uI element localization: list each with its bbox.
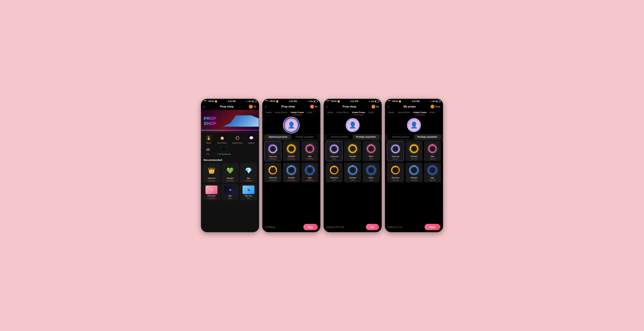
shop-sub-4-4: To12.20 — [411, 179, 417, 181]
ring-3-2 — [365, 143, 377, 155]
rec-item-fggs[interactable]: 💎 fggs ♥ 600/Day — [240, 163, 257, 183]
screen-fill-2 — [262, 184, 320, 222]
shop-item-4-4[interactable]: Starlight To12.20 — [406, 163, 422, 182]
s3-d1 — [326, 100, 328, 101]
category-home-effect[interactable]: 🏠 Home Effect — [218, 134, 227, 144]
battery-2: 22% — [310, 100, 313, 102]
shop-item-4-0[interactable]: Diamond To12.12 — [387, 141, 404, 161]
shop-item-3-4[interactable]: Starlight VIP5 — [344, 163, 361, 182]
shop-name-3-0: Diamond — [330, 155, 338, 157]
tab-medal-2[interactable]: Medal — [264, 110, 273, 115]
status-left-2: VIRGIN 📶 — [265, 100, 278, 102]
back-btn-2[interactable]: ‹ — [265, 105, 266, 108]
fggs-price: ♥ 600/Day — [244, 180, 252, 182]
tab-homeeffects-2[interactable]: Home Effects — [273, 110, 289, 115]
shop-item-4-5[interactable]: fggs To12.20 — [424, 163, 441, 182]
rec-item-pinkbear[interactable]: 🌸 Pink bear ♥ 600/Day — [203, 184, 220, 200]
shop-item-3-1[interactable]: Starlight VIP2 — [344, 141, 361, 161]
s2-dot2 — [266, 100, 267, 101]
shop-icon-4: 🛒 — [430, 105, 434, 108]
page-title-4: My props — [404, 105, 416, 108]
chat-bg-icon: 🖼 — [221, 146, 228, 152]
rec-item-bluesky[interactable]: 🌤 Blue sky VIP2 — [240, 184, 257, 200]
shop-item-2-1[interactable]: Starlight ♥ 800/Day — [283, 141, 300, 161]
tab-avatarframe-2[interactable]: Avatar Frame — [289, 110, 306, 115]
chat-bg-label: Chat background — [218, 153, 231, 155]
avatar-with-frame-2: 👤 — [284, 118, 298, 132]
shop-item-3-3[interactable]: Diamond VIP4 — [326, 163, 343, 182]
shop-item-3-5[interactable]: Moon VIP6 — [362, 163, 380, 182]
wifi-4: 📶 — [399, 100, 401, 102]
tab-bubble-4[interactable]: Bubb... — [428, 110, 438, 115]
carrier-4: VIRGIN — [392, 100, 398, 102]
shop-name-3-4: Starlight — [349, 177, 356, 179]
screens-container: VIRGIN 📶 4:21 PM ✦ 22% ‹ Prop shop 🎁 My — [196, 92, 448, 239]
shop-item-2-5[interactable]: fggs ♥ 600/Day — [301, 163, 318, 182]
purchase-tab-privilege-4[interactable]: Privilege acquisition — [414, 134, 440, 139]
price-text-2: 600/Day — [267, 226, 275, 228]
shop-item-4-3[interactable]: Diamond To12.20 — [387, 163, 404, 182]
shop-item-3-0[interactable]: Diamond VIP1 — [326, 141, 343, 161]
category-medal[interactable]: 🏅 Medal — [205, 134, 212, 144]
bluesky-preview: 🌤 — [242, 186, 254, 194]
purchase-tab-privilege-2[interactable]: Privilege acquisition — [291, 134, 318, 139]
my-btn-2[interactable]: 🎁 My — [310, 105, 318, 108]
rec-item-star[interactable]: ✨ Star VIP1 — [222, 184, 238, 200]
ring-3-0 — [328, 143, 340, 155]
shop-item-2-2[interactable]: fggs ♥ 600/Day — [301, 141, 318, 161]
svg-point-61 — [410, 145, 418, 152]
shop-item-2-3[interactable]: Diamond ♥ 600/Day — [264, 163, 282, 182]
my-avatar-3: 🎁 — [372, 105, 375, 108]
tab-bubble-2[interactable]: Bubb... — [306, 110, 316, 115]
purchase-tab-privilege-3[interactable]: Privilege acquisition — [353, 134, 379, 139]
rec-item-diamond[interactable]: 👑 Diamond ♥ 600/Day — [203, 163, 220, 183]
shop-sub-4-0: To12.12 — [392, 158, 398, 160]
time-2: 4:21 PM — [289, 100, 297, 102]
buy-button-2[interactable]: Buy — [303, 224, 318, 230]
shop-item-2-0[interactable]: Diamond ♥ 600/Day — [264, 141, 282, 161]
go-button-3[interactable]: Go — [366, 224, 379, 230]
shop-btn-4[interactable]: 🛒 Shop — [430, 105, 440, 108]
shop-sub-3-5: VIP6 — [369, 179, 373, 181]
tab-avatarframe-3[interactable]: Avatar Frame — [350, 110, 367, 115]
tab-medal-4[interactable]: Medal — [387, 110, 396, 115]
category-car[interactable]: 🚗 Car — [204, 146, 211, 155]
tab-medal-3[interactable]: Medal — [326, 110, 335, 115]
back-button-1[interactable]: ‹ — [204, 105, 205, 108]
bottom-price-2: ♥ 600/Day — [265, 226, 275, 228]
shop-item-3-2[interactable]: Moon VIP3 — [362, 141, 380, 161]
tab-homeeffects-3[interactable]: Home Effects — [335, 110, 350, 115]
shop-name-4-1: Starlight — [410, 155, 418, 157]
shop-name-4-3: Diamond — [392, 177, 399, 179]
svg-point-27 — [291, 165, 292, 167]
pinkbear-name: Pink bear — [208, 195, 216, 197]
shop-item-4-1[interactable]: Starlight To12.20 — [406, 141, 422, 161]
fggs-name: fggs — [247, 177, 250, 179]
shop-item-2-4[interactable]: Starlight ♥ 800/Day — [283, 163, 300, 182]
my-button-1[interactable]: 🎁 My — [249, 105, 256, 108]
page-title-3: Prop shop — [343, 105, 356, 108]
category-bubbles[interactable]: 💬 bubbles — [248, 134, 255, 144]
avatar-preview-4: 👤 — [385, 115, 443, 134]
shop-item-4-2[interactable]: fggs To12.20 — [424, 141, 441, 161]
wear-button-4[interactable]: Wear — [424, 224, 440, 230]
rec-item-starlight[interactable]: 💚 Starlight ♥ 800/Day — [222, 163, 238, 183]
tab-homeeffects-4[interactable]: Home Effects — [396, 110, 412, 115]
tab-bubble-3[interactable]: Bubb... — [367, 110, 377, 115]
category-chat-bg[interactable]: 🖼 Chat background — [218, 146, 231, 155]
my-btn-3[interactable]: 🎁 My — [372, 105, 379, 108]
pinkbear-preview: 🌸 — [206, 186, 218, 194]
avatar-frame-icon: ⭕ — [234, 134, 241, 141]
tab-avatarframe-4[interactable]: Avatar Frame — [412, 110, 428, 115]
purchase-tab-diamond-2[interactable]: Diamond purchase — [265, 134, 291, 139]
purchase-tab-diamond-3[interactable]: Diamond purchase — [326, 134, 353, 139]
back-btn-4[interactable]: ‹ — [388, 105, 389, 108]
bottom-bar-2: ♥ 600/Day Buy — [262, 222, 320, 232]
s4-d3 — [390, 100, 391, 101]
back-btn-3[interactable]: ‹ — [326, 105, 328, 108]
purchase-tab-diamond-4[interactable]: Diamond purchase — [388, 134, 414, 139]
category-avatar-frame[interactable]: ⭕ Avatar Frame — [232, 134, 242, 144]
svg-point-32 — [309, 165, 310, 167]
signal-dot-1 — [204, 100, 205, 101]
ring-4-2 — [427, 143, 438, 155]
